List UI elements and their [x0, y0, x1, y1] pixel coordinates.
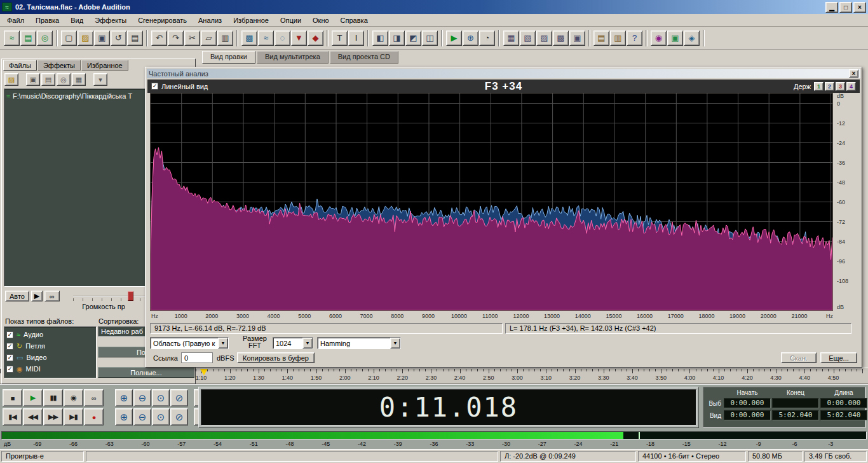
spectral-view-button[interactable]: ▩	[241, 31, 257, 46]
frequency-analysis-button[interactable]: ≈	[258, 31, 274, 46]
show-favorites-panel-button[interactable]: ▨	[536, 31, 552, 46]
level-meter[interactable]: дБ-69-66-63-60-57-54-51-48-45-42-39-36-3…	[0, 430, 868, 449]
open-file-button[interactable]: ▨	[78, 31, 93, 46]
zoom-full-button[interactable]: ⊙	[152, 389, 170, 406]
menu-item-7[interactable]: Избранное	[227, 15, 275, 26]
full-paths-button[interactable]: Полные...	[98, 367, 194, 378]
play-button[interactable]: ▶	[446, 31, 462, 46]
open-file-button[interactable]: ▨	[4, 73, 18, 86]
chevron-down-icon[interactable]: ▼	[302, 338, 313, 349]
file-info-button[interactable]: ▤	[127, 31, 143, 46]
cd-options-button[interactable]: ◈	[684, 31, 700, 46]
frequency-analysis-close-button[interactable]: ×	[849, 69, 858, 78]
hold-button-4[interactable]: 4	[846, 82, 856, 91]
play-button[interactable]: ▶	[23, 389, 43, 406]
insert-into-cd-button[interactable]: ◎	[57, 73, 71, 86]
rewind-button[interactable]: ◀◀	[23, 408, 43, 425]
window-type-select[interactable]: Hamming ▼	[317, 337, 401, 349]
ibeam-tool-button[interactable]: I	[348, 31, 364, 46]
go-to-end-button[interactable]: ▶▮	[64, 408, 83, 425]
zoom-previous-button[interactable]: ⊘	[170, 408, 188, 425]
paste-button[interactable]: ▥	[217, 31, 233, 46]
selection-cell[interactable]: 5:02.040	[820, 410, 867, 420]
play-file-button[interactable]: ▶	[31, 291, 43, 301]
type-filter-checkbox-1[interactable]: ✓	[6, 331, 13, 338]
view-tab-2[interactable]: Вид мультитрека	[257, 51, 329, 64]
menu-item-1[interactable]: Файл	[1, 15, 30, 26]
close-button[interactable]: ×	[853, 2, 866, 13]
selection-cell[interactable]: 0:00.000	[820, 398, 867, 408]
level-meter-bar[interactable]	[1, 431, 867, 439]
selection-cell[interactable]: 0:00.000	[724, 398, 771, 408]
advanced-options-button[interactable]: ▾	[93, 73, 107, 86]
selection-cell[interactable]: 0:00.000	[724, 410, 771, 420]
phase-analysis-button[interactable]: ◌	[275, 31, 290, 46]
menu-item-4[interactable]: Эффекты	[89, 15, 132, 26]
batch-process-button[interactable]: ▥	[610, 31, 626, 46]
record-button[interactable]: ●	[84, 408, 104, 425]
type-filter-checkbox-4[interactable]: ✓	[6, 366, 13, 373]
files-panel-tab-1[interactable]: Файлы	[3, 60, 37, 71]
cut-button[interactable]: ✂	[184, 31, 200, 46]
hold-button-1[interactable]: 1	[814, 82, 824, 91]
zoom-in-button[interactable]: ⊕	[115, 389, 133, 406]
playhead-marker[interactable]	[200, 369, 208, 375]
close-file-button[interactable]: ▣	[26, 73, 40, 86]
chevron-down-icon[interactable]: ▼	[390, 338, 400, 349]
minimize-button[interactable]: ▁	[825, 2, 838, 13]
menu-item-3[interactable]: Вид	[65, 15, 89, 26]
zoom-tool-button[interactable]: ⊕	[463, 31, 478, 46]
view-tab-1[interactable]: Вид правки	[202, 51, 255, 64]
zoom-right-edge-button[interactable]: ⊖	[133, 408, 151, 425]
time-window-button[interactable]: ◔	[479, 31, 495, 46]
hold-button-3[interactable]: 3	[836, 82, 845, 91]
restore-button[interactable]: □	[839, 2, 852, 13]
help-button[interactable]: ?	[627, 31, 642, 46]
edit-view-button[interactable]: ≈	[4, 31, 20, 46]
window-layout-1-button[interactable]: ◧	[372, 31, 388, 46]
files-panel-tab-2[interactable]: Эффекты	[37, 60, 81, 71]
multitrack-view-button[interactable]: ▤	[20, 31, 36, 46]
copy-to-clipboard-button[interactable]: Копировать в буфер	[237, 352, 315, 363]
type-filter-checkbox-2[interactable]: ✓	[6, 343, 13, 350]
type-filter-checkbox-3[interactable]: ✓	[6, 354, 13, 361]
window-layout-4-button[interactable]: ◫	[422, 31, 438, 46]
show-transport-button[interactable]: ▣	[569, 31, 585, 46]
more-button[interactable]: Еще...	[820, 352, 857, 363]
scan-button[interactable]: Скан.	[781, 352, 817, 363]
revert-button[interactable]: ↺	[111, 31, 126, 46]
linear-view-checkbox[interactable]: ✓	[151, 83, 158, 90]
selection-cell[interactable]	[772, 398, 819, 408]
volume-slider-handle[interactable]	[128, 291, 133, 301]
cd-burn-button[interactable]: ◉	[651, 31, 667, 46]
fast-forward-button[interactable]: ▶▶	[43, 408, 63, 425]
cue-list-button[interactable]: ◆	[308, 31, 323, 46]
play-to-end-button[interactable]: ◉	[64, 389, 83, 406]
show-mixer-button[interactable]: ▩	[553, 31, 569, 46]
autoplay-button[interactable]: Авто	[5, 291, 29, 301]
menu-item-10[interactable]: Справка	[335, 15, 374, 26]
files-panel-tab-3[interactable]: Избранное	[81, 60, 128, 71]
frequency-analysis-titlebar[interactable]: Частотный анализ ×	[147, 69, 860, 78]
hold-button-2[interactable]: 2	[825, 82, 834, 91]
spectrum-graph[interactable]	[150, 93, 833, 311]
show-effects-panel-button[interactable]: ▧	[520, 31, 536, 46]
reference-input[interactable]	[181, 352, 213, 363]
window-layout-2-button[interactable]: ◨	[389, 31, 405, 46]
marker-button[interactable]: ▼	[291, 31, 307, 46]
play-loop-button[interactable]: ∞	[84, 389, 104, 406]
cd-device-button[interactable]: ▣	[667, 31, 683, 46]
insert-into-multitrack-button[interactable]: ▤	[41, 73, 55, 86]
copy-button[interactable]: ▱	[201, 31, 217, 46]
redo-button[interactable]: ↷	[168, 31, 184, 46]
undo-button[interactable]: ↶	[151, 31, 167, 46]
new-file-button[interactable]: ▢	[61, 31, 77, 46]
pause-button[interactable]: ▮▮	[43, 389, 63, 406]
fft-size-select[interactable]: 1024 ▼	[273, 337, 313, 349]
range-select[interactable]: Область (Правую к ▼	[150, 337, 229, 349]
save-file-button[interactable]: ▣	[94, 31, 110, 46]
zoom-selection-button[interactable]: ⊘	[170, 389, 188, 406]
text-tool-button[interactable]: T	[332, 31, 348, 46]
menu-item-6[interactable]: Анализ	[193, 15, 227, 26]
menu-item-5[interactable]: Сгенерировать	[132, 15, 193, 26]
